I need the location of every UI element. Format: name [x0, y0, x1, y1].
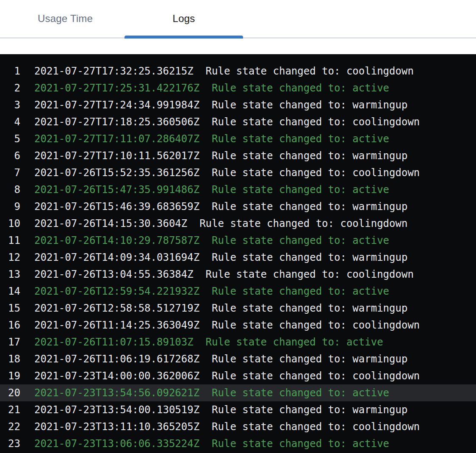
log-row[interactable]: 62021-07-27T17:10:11.562017Z Rule state … [0, 147, 476, 164]
log-viewer[interactable]: 12021-07-27T17:32:25.36215Z Rule state c… [0, 54, 476, 453]
log-line-text: 2021-07-26T15:47:35.991486Z Rule state c… [34, 184, 389, 196]
log-row[interactable]: 72021-07-26T15:52:35.361256Z Rule state … [0, 164, 476, 181]
log-line-number: 16 [0, 319, 20, 331]
log-line-number: 20 [0, 387, 20, 399]
tab-logs-label: Logs [173, 13, 195, 25]
log-row[interactable]: 122021-07-26T14:09:34.031694Z Rule state… [0, 249, 476, 266]
log-line-number: 8 [0, 184, 20, 196]
log-line-text: 2021-07-26T11:14:25.363049Z Rule state c… [34, 319, 420, 331]
log-row[interactable]: 92021-07-26T15:46:39.683659Z Rule state … [0, 198, 476, 215]
active-tab-indicator [125, 36, 243, 39]
log-row[interactable]: 52021-07-27T17:11:07.286407Z Rule state … [0, 130, 476, 147]
tabbar-gap [0, 39, 476, 54]
log-line-number: 15 [0, 302, 20, 314]
log-line-number: 18 [0, 353, 20, 365]
log-row[interactable]: 112021-07-26T14:10:29.787587Z Rule state… [0, 232, 476, 249]
log-row[interactable]: 232021-07-23T13:06:06.335224Z Rule state… [0, 435, 476, 452]
log-line-text: 2021-07-27T17:25:31.422176Z Rule state c… [34, 82, 389, 94]
log-line-number: 21 [0, 404, 20, 416]
log-line-text: 2021-07-26T14:15:30.3604Z Rule state cha… [34, 218, 407, 229]
log-line-text: 2021-07-26T11:07:15.89103Z Rule state ch… [34, 336, 383, 348]
log-line-text: 2021-07-27T17:18:25.360506Z Rule state c… [34, 116, 420, 128]
log-row[interactable]: 132021-07-26T13:04:55.36384Z Rule state … [0, 266, 476, 283]
log-line-number: 11 [0, 235, 20, 246]
log-line-number: 10 [0, 218, 20, 229]
log-line-number: 4 [0, 116, 20, 128]
log-line-text: 2021-07-26T14:09:34.031694Z Rule state c… [34, 251, 407, 263]
log-line-text: 2021-07-23T14:00:00.362006Z Rule state c… [34, 370, 420, 382]
log-line-text: 2021-07-27T17:10:11.562017Z Rule state c… [34, 150, 407, 162]
log-row[interactable]: 32021-07-27T17:24:34.991984Z Rule state … [0, 97, 476, 113]
log-line-text: 2021-07-26T15:52:35.361256Z Rule state c… [34, 167, 420, 179]
tab-usage-time[interactable]: Usage Time [6, 0, 125, 37]
log-row[interactable]: 12021-07-27T17:32:25.36215Z Rule state c… [0, 63, 476, 80]
log-line-text: 2021-07-27T17:32:25.36215Z Rule state ch… [34, 65, 414, 77]
log-row[interactable]: 42021-07-27T17:18:25.360506Z Rule state … [0, 113, 476, 130]
tab-usage-time-label: Usage Time [38, 13, 93, 25]
log-line-number: 17 [0, 336, 20, 348]
log-row[interactable]: 102021-07-26T14:15:30.3604Z Rule state c… [0, 215, 476, 232]
log-line-text: 2021-07-27T17:24:34.991984Z Rule state c… [34, 99, 407, 111]
log-line-number: 23 [0, 438, 20, 450]
log-row[interactable]: 172021-07-26T11:07:15.89103Z Rule state … [0, 334, 476, 351]
log-line-number: 22 [0, 421, 20, 433]
log-line-text: 2021-07-26T13:04:55.36384Z Rule state ch… [34, 268, 414, 280]
log-line-text: 2021-07-26T12:59:54.221932Z Rule state c… [34, 285, 389, 297]
log-line-number: 2 [0, 82, 20, 94]
log-line-number: 13 [0, 268, 20, 280]
log-line-number: 12 [0, 251, 20, 263]
log-row[interactable]: 82021-07-26T15:47:35.991486Z Rule state … [0, 181, 476, 198]
log-line-text: 2021-07-23T13:06:06.335224Z Rule state c… [34, 438, 389, 450]
log-line-number: 3 [0, 99, 20, 111]
log-row[interactable]: 152021-07-26T12:58:58.512719Z Rule state… [0, 300, 476, 317]
log-row[interactable]: 22021-07-27T17:25:31.422176Z Rule state … [0, 80, 476, 97]
log-line-text: 2021-07-23T13:54:56.092621Z Rule state c… [34, 387, 389, 399]
log-row[interactable]: 192021-07-23T14:00:00.362006Z Rule state… [0, 367, 476, 384]
log-line-text: 2021-07-26T12:58:58.512719Z Rule state c… [34, 302, 407, 314]
tab-bar: Usage Time Logs [0, 0, 476, 39]
log-line-number: 5 [0, 133, 20, 145]
log-line-number: 9 [0, 201, 20, 213]
log-line-number: 1 [0, 65, 20, 77]
tab-logs[interactable]: Logs [125, 0, 243, 37]
log-row[interactable]: 212021-07-23T13:54:00.130519Z Rule state… [0, 401, 476, 418]
log-line-text: 2021-07-26T15:46:39.683659Z Rule state c… [34, 201, 407, 213]
log-row[interactable]: 202021-07-23T13:54:56.092621Z Rule state… [0, 384, 476, 401]
log-line-text: 2021-07-23T13:11:10.365205Z Rule state c… [34, 421, 420, 433]
log-line-number: 7 [0, 167, 20, 179]
log-line-text: 2021-07-23T13:54:00.130519Z Rule state c… [34, 404, 407, 416]
log-row[interactable]: 142021-07-26T12:59:54.221932Z Rule state… [0, 283, 476, 300]
log-line-number: 6 [0, 150, 20, 162]
log-row[interactable]: 222021-07-23T13:11:10.365205Z Rule state… [0, 418, 476, 435]
log-line-text: 2021-07-26T11:06:19.617268Z Rule state c… [34, 353, 407, 365]
log-line-number: 14 [0, 285, 20, 297]
log-row[interactable]: 162021-07-26T11:14:25.363049Z Rule state… [0, 317, 476, 334]
log-line-text: 2021-07-26T14:10:29.787587Z Rule state c… [34, 235, 389, 246]
log-line-number: 19 [0, 370, 20, 382]
log-row[interactable]: 182021-07-26T11:06:19.617268Z Rule state… [0, 351, 476, 367]
log-line-text: 2021-07-27T17:11:07.286407Z Rule state c… [34, 133, 389, 145]
